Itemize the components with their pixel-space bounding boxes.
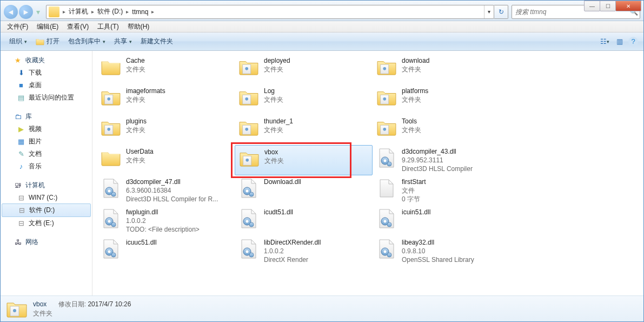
nav-arrows: ◄ ► ▾ — [4, 5, 42, 19]
item-label: 文档 (E:) — [29, 219, 54, 228]
folder-special-icon — [238, 87, 260, 108]
libraries-group: 🗀 库 ▶视频▦图片✎文档♪音乐 — [1, 110, 92, 173]
file-item[interactable]: deployed文件夹 — [235, 54, 373, 84]
share-label: 共享 — [114, 37, 127, 46]
folder-open-icon — [36, 37, 44, 46]
organize-button[interactable]: 组织 ▾ — [5, 35, 31, 48]
favorites-group: ★ 收藏夹 ⬇下载■桌面▤最近访问的位置 — [1, 54, 92, 104]
file-label: libDirectXRender.dll1.0.0.2DirectX Rende… — [264, 238, 321, 265]
favorites-label: 收藏夹 — [25, 56, 45, 65]
sidebar-item[interactable]: ⬇下载 — [1, 67, 92, 79]
menu-view[interactable]: 查看(V) — [63, 21, 93, 32]
file-label: download文件夹 — [402, 56, 429, 74]
sidebar-item[interactable]: ✎文档 — [1, 148, 92, 160]
file-label: plugins文件夹 — [126, 117, 147, 134]
file-item[interactable]: download文件夹 — [373, 54, 510, 84]
sidebar-item[interactable]: ▦图片 — [1, 135, 92, 148]
file-label: d3dcompiler_47.dll6.3.9600.16384Direct3D… — [126, 178, 218, 204]
file-item[interactable]: Log文件夹 — [235, 84, 373, 115]
new-folder-button[interactable]: 新建文件夹 — [136, 35, 177, 48]
menu-help[interactable]: 帮助(H) — [123, 21, 154, 32]
sidebar-item[interactable]: ▤最近访问的位置 — [1, 91, 92, 104]
libraries-label: 库 — [25, 112, 32, 121]
item-icon: ⬇ — [17, 69, 25, 77]
help-button[interactable]: ? — [628, 37, 638, 47]
file-item[interactable]: fwplugin.dll1.0.0.2TODO: <File descripti… — [97, 206, 235, 236]
file-item[interactable]: icudt51.dll — [235, 206, 373, 236]
file-label: Tools文件夹 — [402, 117, 421, 134]
item-icon: ■ — [17, 81, 25, 90]
menu-edit[interactable]: 编辑(E) — [32, 21, 63, 32]
file-item[interactable]: UserData文件夹 — [97, 145, 235, 175]
sidebar-item[interactable]: ⊟文档 (E:) — [1, 217, 92, 229]
item-label: 图片 — [29, 137, 42, 146]
history-dropdown[interactable]: ▾ — [34, 8, 42, 16]
file-item[interactable]: d3dcompiler_43.dll9.29.952.3111Direct3D … — [373, 145, 510, 175]
libraries-header[interactable]: 🗀 库 — [1, 110, 92, 123]
address-dropdown[interactable]: ▾ — [484, 5, 494, 18]
sidebar-item[interactable]: ♪音乐 — [1, 160, 92, 173]
address-bar[interactable]: ▸ 计算机 ▸ 软件 (D:) ▸ ttmnq ▸ ▾ — [46, 5, 494, 19]
details-mod-value: 2017/4/7 10:26 — [88, 300, 131, 308]
network-label: 网络 — [25, 238, 38, 247]
file-item[interactable]: plugins文件夹 — [97, 115, 235, 145]
folder-special-icon — [376, 87, 397, 108]
refresh-button[interactable]: ↻ — [494, 5, 508, 19]
close-button[interactable]: ✕ — [615, 1, 641, 11]
sidebar-item[interactable]: ⊟软件 (D:) — [2, 203, 91, 217]
file-label: icuin51.dll — [402, 208, 430, 216]
breadcrumb-computer[interactable]: 计算机 — [67, 7, 90, 16]
file-item[interactable]: icuin51.dll — [373, 206, 510, 236]
view-mode-button[interactable]: ☷▾ — [598, 35, 611, 48]
forward-button[interactable]: ► — [19, 5, 33, 19]
file-item[interactable]: vbox文件夹 — [235, 145, 373, 175]
chevron-down-icon: ▾ — [129, 39, 132, 44]
file-item[interactable]: firstStart文件0 字节 — [373, 175, 510, 206]
file-label: Download.dll — [264, 178, 301, 186]
folder-special-icon — [100, 117, 122, 139]
file-label: libeay32.dll0.9.8.10OpenSSL Shared Libra… — [402, 238, 474, 265]
file-item[interactable]: d3dcompiler_47.dll6.3.9600.16384Direct3D… — [97, 175, 235, 206]
file-item[interactable]: icuuc51.dll — [97, 236, 235, 266]
folder-special-icon — [376, 117, 397, 139]
share-button[interactable]: 共享 ▾ — [110, 35, 136, 48]
file-label: imageformats文件夹 — [126, 87, 165, 104]
breadcrumb-folder[interactable]: ttmnq — [130, 8, 150, 16]
item-label: 最近访问的位置 — [29, 93, 74, 102]
file-pane[interactable]: Cache文件夹 deployed文件夹 download文件夹 imagefo… — [92, 51, 643, 295]
file-item[interactable]: libDirectXRender.dll1.0.0.2DirectX Rende… — [235, 236, 373, 266]
sidebar-item[interactable]: ■桌面 — [1, 79, 92, 91]
maximize-button[interactable]: ☐ — [600, 1, 616, 11]
dll-icon — [376, 208, 397, 229]
include-library-button[interactable]: 包含到库中 ▾ — [64, 35, 110, 48]
file-label: thunder_1文件夹 — [264, 117, 293, 134]
file-item[interactable]: Download.dll — [235, 175, 373, 206]
preview-pane-button[interactable]: ▥ — [613, 35, 626, 48]
folder-special-icon — [238, 56, 260, 78]
network-header[interactable]: 🖧 网络 — [1, 236, 92, 248]
file-item[interactable]: platforms文件夹 — [373, 84, 510, 115]
back-button[interactable]: ◄ — [4, 5, 18, 19]
sidebar-item[interactable]: ⊟WIN7 (C:) — [1, 192, 92, 203]
library-icon: 🗀 — [14, 113, 22, 121]
details-type: 文件夹 — [33, 310, 52, 317]
file-item[interactable]: thunder_1文件夹 — [235, 115, 373, 145]
minimize-button[interactable]: — — [584, 1, 600, 11]
sidebar-item[interactable]: ▶视频 — [1, 123, 92, 135]
file-item[interactable]: Cache文件夹 — [97, 54, 235, 84]
favorites-header[interactable]: ★ 收藏夹 — [1, 54, 92, 67]
open-button[interactable]: 打开 — [31, 35, 64, 48]
file-icon — [376, 178, 397, 199]
item-icon: ♪ — [17, 162, 25, 171]
menu-tools[interactable]: 工具(T) — [93, 21, 123, 32]
computer-header[interactable]: 🖳 计算机 — [1, 179, 92, 192]
file-item[interactable]: Tools文件夹 — [373, 115, 510, 145]
file-label: Cache文件夹 — [126, 56, 145, 74]
explorer-window: — ☐ ✕ ◄ ► ▾ ▸ 计算机 ▸ 软件 (D:) ▸ ttmnq ▸ ▾ … — [0, 0, 644, 322]
menu-file[interactable]: 文件(F) — [3, 21, 32, 32]
dll-icon — [100, 178, 122, 199]
file-item[interactable]: libeay32.dll0.9.8.10OpenSSL Shared Libra… — [373, 236, 510, 266]
dll-icon — [376, 147, 397, 169]
file-item[interactable]: imageformats文件夹 — [97, 84, 235, 115]
breadcrumb-drive[interactable]: 软件 (D:) — [95, 7, 125, 16]
